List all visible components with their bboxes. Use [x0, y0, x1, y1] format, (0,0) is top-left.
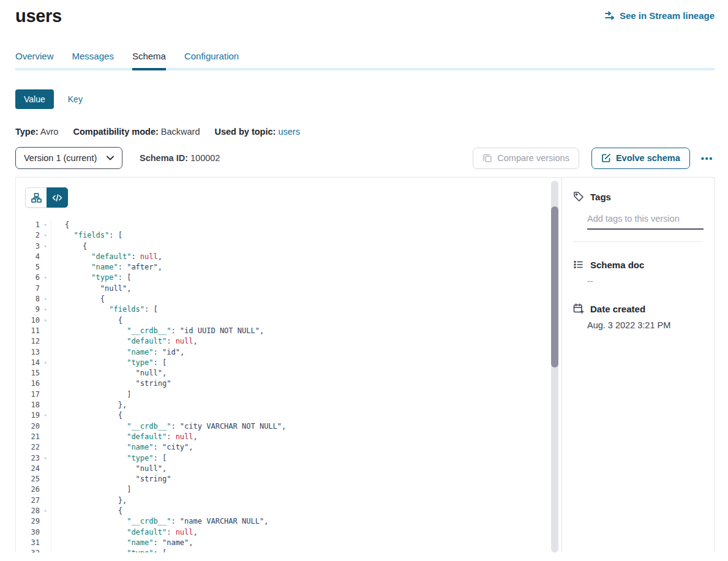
code-view-icon	[52, 194, 62, 202]
see-in-stream-lineage-link[interactable]: See in Stream lineage	[605, 10, 715, 21]
line-number: 28	[16, 506, 40, 516]
code-text: "default": null,	[51, 336, 198, 347]
code-view-button[interactable]	[47, 187, 68, 208]
code-line: 11 "__crdb__": "id UUID NOT NULL",	[16, 326, 561, 336]
fold-gutter-spacer	[40, 390, 51, 400]
schema-panel: 1▾{2▾ "fields": [3▾ {4 "default": null,5…	[15, 177, 715, 552]
code-text: {	[51, 294, 105, 304]
schema-part-toggle: Value Key	[15, 89, 715, 109]
code-text: {	[51, 315, 122, 326]
code-line: 10▾ {	[16, 315, 561, 326]
code-line: 26 ]	[16, 484, 561, 495]
code-text: "default": null,	[51, 432, 198, 442]
version-select[interactable]: Version 1 (current)	[15, 147, 122, 169]
code-line: 12 "default": null,	[16, 336, 561, 347]
fold-toggle-icon[interactable]: ▾	[40, 315, 51, 326]
editor-scrollbar-thumb[interactable]	[551, 206, 558, 367]
code-text: {	[51, 220, 69, 230]
code-line: 2▾ "fields": [	[16, 230, 561, 241]
line-number: 11	[16, 326, 40, 336]
topic-link[interactable]: users	[278, 127, 299, 137]
fold-toggle-icon[interactable]: ▾	[40, 273, 51, 283]
code-text: "null",	[51, 464, 167, 474]
tree-view-button[interactable]	[25, 187, 47, 208]
code-lines: 1▾{2▾ "fields": [3▾ {4 "default": null,5…	[16, 220, 561, 552]
code-line: 23▾ "type": [	[16, 453, 561, 464]
code-text: {	[51, 241, 87, 252]
code-line: 30 "default": null,	[16, 527, 561, 538]
tab-rule	[15, 68, 715, 70]
fold-toggle-icon[interactable]: ▾	[40, 506, 51, 516]
tab-configuration[interactable]: Configuration	[184, 51, 239, 70]
more-actions-button[interactable]: •••	[700, 151, 715, 166]
fold-toggle-icon[interactable]: ▾	[40, 220, 51, 230]
code-text: "string"	[51, 378, 171, 389]
tags-title: Tags	[590, 192, 611, 202]
fold-gutter-spacer	[40, 262, 51, 273]
fold-gutter-spacer	[40, 284, 51, 294]
code-line: 21 "default": null,	[16, 432, 561, 442]
schema-editor-panel: 1▾{2▾ "fields": [3▾ {4 "default": null,5…	[16, 178, 562, 552]
add-tags-input[interactable]	[587, 213, 704, 230]
tab-messages[interactable]: Messages	[72, 51, 114, 70]
line-number: 8	[16, 294, 40, 304]
fold-toggle-icon[interactable]: ▾	[40, 453, 51, 464]
fold-gutter-spacer	[40, 421, 51, 432]
line-number: 30	[16, 527, 40, 538]
fold-toggle-icon[interactable]: ▾	[40, 230, 51, 241]
line-number: 2	[16, 230, 40, 241]
compatibility-mode: Compatibility mode: Backward	[73, 127, 200, 137]
fold-toggle-icon[interactable]: ▾	[40, 358, 51, 368]
topic-page: users See in Stream lineage Overview Mes…	[0, 0, 728, 552]
code-line: 29 "__crdb__": "name VARCHAR NULL",	[16, 516, 561, 527]
line-number: 22	[16, 442, 40, 453]
code-text: {	[51, 410, 122, 421]
edit-icon	[601, 153, 611, 163]
line-number: 10	[16, 315, 40, 326]
tab-bar: Overview Messages Schema Configuration	[15, 51, 715, 70]
line-number: 7	[16, 284, 40, 294]
tab-schema[interactable]: Schema	[132, 51, 166, 70]
fold-toggle-icon[interactable]: ▾	[40, 410, 51, 421]
line-number: 6	[16, 273, 40, 283]
evolve-schema-button[interactable]: Evolve schema	[591, 148, 690, 169]
code-text: "type": [	[51, 548, 167, 552]
code-line: 1▾{	[16, 220, 561, 230]
code-text: "__crdb__": "city VARCHAR NOT NULL",	[51, 421, 286, 432]
line-number: 20	[16, 421, 40, 432]
fold-toggle-icon[interactable]: ▾	[40, 294, 51, 304]
code-text: "default": null,	[51, 252, 162, 262]
code-text: "name": "after",	[51, 262, 162, 273]
page-header: users See in Stream lineage	[15, 0, 715, 26]
compare-versions-button[interactable]: Compare versions	[473, 148, 579, 169]
code-text: "default": null,	[51, 527, 198, 538]
value-toggle-button[interactable]: Value	[15, 89, 54, 109]
fold-toggle-icon[interactable]: ▾	[40, 304, 51, 315]
line-number: 18	[16, 400, 40, 410]
line-number: 21	[16, 432, 40, 442]
code-line: 28▾ {	[16, 506, 561, 516]
key-toggle-button[interactable]: Key	[68, 94, 83, 104]
fold-gutter-spacer	[40, 527, 51, 538]
fold-gutter-spacer	[40, 495, 51, 506]
schema-meta-row: Type: Avro Compatibility mode: Backward …	[15, 127, 715, 137]
tab-overview[interactable]: Overview	[15, 51, 54, 70]
code-line: 20 "__crdb__": "city VARCHAR NOT NULL",	[16, 421, 561, 432]
fold-toggle-icon[interactable]: ▾	[40, 241, 51, 252]
fold-toggle-icon[interactable]: ▾	[40, 548, 51, 552]
line-number: 15	[16, 368, 40, 378]
code-text: },	[51, 495, 127, 506]
calendar-plus-icon	[573, 303, 584, 314]
compare-versions-icon	[482, 153, 492, 163]
date-created-value: Aug. 3 2022 3:21 PM	[587, 320, 703, 330]
editor-scrollbar-track[interactable]	[551, 181, 558, 552]
line-number: 14	[16, 358, 40, 368]
tags-section-header: Tags	[573, 191, 703, 202]
fold-gutter-spacer	[40, 484, 51, 495]
schema-doc-icon	[573, 259, 584, 270]
code-line: 8▾ {	[16, 294, 561, 304]
code-line: 22 "name": "city",	[16, 442, 561, 453]
line-number: 24	[16, 464, 40, 474]
code-line: 25 "string"	[16, 474, 561, 484]
fold-gutter-spacer	[40, 378, 51, 389]
